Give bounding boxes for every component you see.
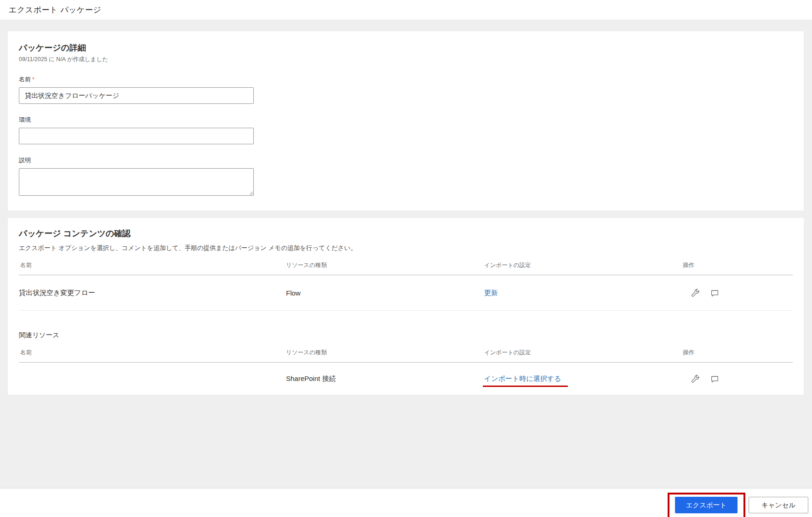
dialog-header: エクスポート パッケージ [0, 0, 812, 20]
description-field-group: 説明 [19, 156, 793, 198]
package-details-heading: パッケージの詳細 [19, 42, 793, 53]
annotation-underline [483, 386, 568, 387]
related-resources-heading: 関連リソース [19, 331, 793, 340]
import-setup-link[interactable]: 更新 [484, 289, 498, 296]
package-details-card: パッケージの詳細 09/11/2025 に N/A が作成しました 名前* 環境… [8, 31, 804, 210]
environment-label: 環境 [19, 116, 793, 124]
column-actions: 操作 [683, 349, 793, 357]
export-button[interactable]: エクスポート [675, 497, 738, 513]
column-actions: 操作 [683, 261, 793, 269]
name-label-text: 名前 [19, 76, 31, 83]
resource-name: 貸出状況空き変更フロー [19, 289, 286, 297]
table-row: 貸出状況空き変更フロー Flow 更新 [19, 275, 793, 311]
column-resource-type: リソースの種類 [286, 349, 484, 357]
import-setup-link[interactable]: インポート時に選択する [484, 375, 561, 382]
name-field-group: 名前* [19, 75, 793, 104]
package-content-heading: パッケージ コンテンツの確認 [19, 228, 793, 239]
cancel-button[interactable]: キャンセル [749, 497, 808, 513]
comment-icon[interactable] [709, 374, 720, 384]
footer-action-bar: エクスポート キャンセル [0, 488, 812, 517]
wrench-icon[interactable] [690, 288, 700, 298]
row-actions [683, 288, 793, 298]
created-line: 09/11/2025 に N/A が作成しました [19, 56, 793, 63]
page-title: エクスポート パッケージ [9, 5, 101, 15]
required-asterisk: * [32, 76, 34, 83]
environment-input[interactable] [19, 128, 254, 144]
column-import-setup: インポートの設定 [484, 349, 683, 357]
column-name: 名前 [19, 261, 286, 269]
package-content-card: パッケージ コンテンツの確認 エクスポート オプションを選択し、コメントを追加し… [8, 218, 804, 395]
resource-type: Flow [286, 289, 484, 297]
description-textarea[interactable] [19, 168, 254, 196]
related-table-header: 名前 リソースの種類 インポートの設定 操作 [19, 346, 793, 363]
package-content-subtitle: エクスポート オプションを選択し、コメントを追加して、手順の提供またはバージョン… [19, 244, 793, 252]
content-table-header: 名前 リソースの種類 インポートの設定 操作 [19, 259, 793, 275]
name-input[interactable] [19, 87, 254, 104]
name-label: 名前* [19, 75, 793, 84]
column-name: 名前 [19, 349, 286, 357]
wrench-icon[interactable] [690, 374, 700, 384]
table-row: SharePoint 接続 インポート時に選択する [19, 363, 793, 390]
column-import-setup: インポートの設定 [484, 261, 683, 269]
environment-field-group: 環境 [19, 116, 793, 144]
description-label: 説明 [19, 156, 793, 165]
comment-icon[interactable] [709, 288, 720, 298]
column-resource-type: リソースの種類 [286, 261, 484, 269]
row-actions [683, 374, 793, 384]
resource-type: SharePoint 接続 [286, 375, 484, 383]
